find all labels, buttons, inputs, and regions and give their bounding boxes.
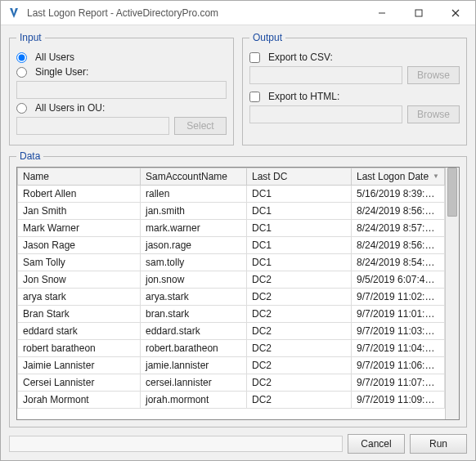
- label-single-user: Single User:: [35, 66, 88, 78]
- cell-date: 8/24/2019 8:57:00 AM: [352, 220, 445, 237]
- label-all-users: All Users: [35, 51, 74, 63]
- label-all-in-ou: All Users in OU:: [35, 102, 105, 114]
- html-path-input[interactable]: [249, 105, 402, 123]
- browse-csv-button[interactable]: Browse: [407, 66, 460, 84]
- cell-dc: DC1: [247, 186, 352, 203]
- radio-single-user[interactable]: [16, 67, 27, 78]
- cell-sam: rallen: [141, 186, 247, 203]
- cell-sam: jamie.lannister: [141, 357, 247, 374]
- cell-dc: DC2: [247, 323, 352, 340]
- cell-sam: jorah.mormont: [141, 392, 247, 409]
- cell-date: 9/7/2019 11:07:31 AM: [352, 374, 445, 392]
- ou-input[interactable]: [16, 117, 169, 135]
- cell-name: eddard stark: [18, 323, 141, 340]
- svg-rect-1: [415, 10, 422, 16]
- app-logo-icon: [7, 7, 20, 20]
- cell-sam: mark.warner: [141, 220, 247, 237]
- cell-dc: DC1: [247, 220, 352, 237]
- run-button[interactable]: Run: [410, 434, 467, 454]
- cell-name: Mark Warner: [18, 220, 141, 237]
- checkbox-export-html[interactable]: [249, 92, 260, 102]
- col-header-sam[interactable]: SamAccountName: [141, 168, 247, 186]
- cell-sam: cersei.lannister: [141, 374, 247, 392]
- radio-all-in-ou[interactable]: [16, 103, 27, 114]
- csv-path-input[interactable]: [249, 66, 402, 84]
- maximize-button[interactable]: [400, 2, 437, 25]
- cell-name: arya stark: [18, 289, 141, 306]
- cell-dc: DC1: [247, 237, 352, 254]
- cell-date: 8/24/2019 8:56:33 AM: [352, 237, 445, 254]
- select-ou-button[interactable]: Select: [174, 117, 227, 135]
- radio-all-users[interactable]: [16, 52, 27, 63]
- cancel-button[interactable]: Cancel: [348, 434, 405, 454]
- cell-sam: robert.baratheon: [141, 340, 247, 357]
- cell-sam: sam.tolly: [141, 254, 247, 271]
- cell-sam: bran.stark: [141, 306, 247, 323]
- cell-date: 8/24/2019 8:56:19 AM: [352, 203, 445, 220]
- cell-dc: DC1: [247, 203, 352, 220]
- cell-date: 9/7/2019 11:06:54 AM: [352, 357, 445, 374]
- col-header-date[interactable]: Last Logon Date▼: [352, 168, 445, 186]
- table-row[interactable]: Sam Tollysam.tollyDC18/24/2019 8:54:34 A…: [18, 254, 445, 271]
- table-row[interactable]: Jorah Mormontjorah.mormontDC29/7/2019 11…: [18, 392, 445, 409]
- minimize-button[interactable]: [363, 2, 400, 25]
- cell-date: 9/5/2019 6:07:49 PM: [352, 271, 445, 289]
- table-row[interactable]: Jan Smithjan.smithDC18/24/2019 8:56:19 A…: [18, 203, 445, 220]
- vertical-scrollbar[interactable]: [445, 168, 459, 419]
- cell-date: 9/7/2019 11:04:48 AM: [352, 340, 445, 357]
- cell-name: Bran Stark: [18, 306, 141, 323]
- checkbox-export-csv[interactable]: [249, 52, 260, 63]
- data-legend: Data: [16, 150, 43, 162]
- sort-indicator-icon: ▼: [433, 172, 439, 180]
- data-grid[interactable]: Name SamAccountName Last DC Last Logon D…: [17, 168, 445, 419]
- cell-date: 9/7/2019 11:03:37 AM: [352, 323, 445, 340]
- single-user-input[interactable]: [16, 81, 227, 99]
- col-header-dc[interactable]: Last DC: [247, 168, 352, 186]
- cell-name: Jason Rage: [18, 237, 141, 254]
- scrollbar-thumb[interactable]: [447, 168, 457, 217]
- table-row[interactable]: Robert AllenrallenDC15/16/2019 8:39:25 A…: [18, 186, 445, 203]
- cell-dc: DC2: [247, 289, 352, 306]
- output-legend: Output: [249, 32, 285, 43]
- label-export-csv: Export to CSV:: [268, 51, 333, 63]
- data-group: Data Name SamAccountName Last DC Last Lo…: [9, 150, 467, 427]
- cell-sam: jon.snow: [141, 271, 247, 289]
- output-group: Output Export to CSV: Browse Export to H…: [242, 32, 467, 145]
- col-header-name[interactable]: Name: [18, 168, 141, 186]
- table-row[interactable]: Jason Ragejason.rageDC18/24/2019 8:56:33…: [18, 237, 445, 254]
- table-row[interactable]: robert baratheonrobert.baratheonDC29/7/2…: [18, 340, 445, 357]
- cell-dc: DC2: [247, 271, 352, 289]
- input-legend: Input: [16, 32, 45, 43]
- cell-date: 9/7/2019 11:09:41 AM: [352, 392, 445, 409]
- cell-dc: DC2: [247, 357, 352, 374]
- cell-name: Cersei Lannister: [18, 374, 141, 392]
- table-row[interactable]: Jon Snowjon.snowDC29/5/2019 6:07:49 PM: [18, 271, 445, 289]
- cell-dc: DC1: [247, 254, 352, 271]
- cell-sam: eddard.stark: [141, 323, 247, 340]
- window-title: Last Logon Report - ActiveDirectoryPro.c…: [27, 7, 363, 19]
- titlebar[interactable]: Last Logon Report - ActiveDirectoryPro.c…: [1, 1, 475, 25]
- progress-bar: [9, 436, 343, 452]
- cell-date: 8/24/2019 8:54:34 AM: [352, 254, 445, 271]
- table-row[interactable]: Mark Warnermark.warnerDC18/24/2019 8:57:…: [18, 220, 445, 237]
- cell-dc: DC2: [247, 340, 352, 357]
- cell-name: Sam Tolly: [18, 254, 141, 271]
- close-button[interactable]: [437, 2, 474, 25]
- cell-name: Jorah Mormont: [18, 392, 141, 409]
- cell-sam: arya.stark: [141, 289, 247, 306]
- table-row[interactable]: eddard starkeddard.starkDC29/7/2019 11:0…: [18, 323, 445, 340]
- table-row[interactable]: Bran Starkbran.starkDC29/7/2019 11:01:29…: [18, 306, 445, 323]
- cell-date: 9/7/2019 11:02:19 AM: [352, 289, 445, 306]
- cell-sam: jason.rage: [141, 237, 247, 254]
- label-export-html: Export to HTML:: [268, 91, 339, 102]
- cell-date: 5/16/2019 8:39:25 AM: [352, 186, 445, 203]
- cell-dc: DC2: [247, 374, 352, 392]
- table-row[interactable]: Jaimie Lannisterjamie.lannisterDC29/7/20…: [18, 357, 445, 374]
- cell-dc: DC2: [247, 392, 352, 409]
- cell-name: Jon Snow: [18, 271, 141, 289]
- table-row[interactable]: arya starkarya.starkDC29/7/2019 11:02:19…: [18, 289, 445, 306]
- table-row[interactable]: Cersei Lannistercersei.lannisterDC29/7/2…: [18, 374, 445, 392]
- cell-name: Robert Allen: [18, 186, 141, 203]
- browse-html-button[interactable]: Browse: [407, 105, 460, 123]
- cell-date: 9/7/2019 11:01:29 AM: [352, 306, 445, 323]
